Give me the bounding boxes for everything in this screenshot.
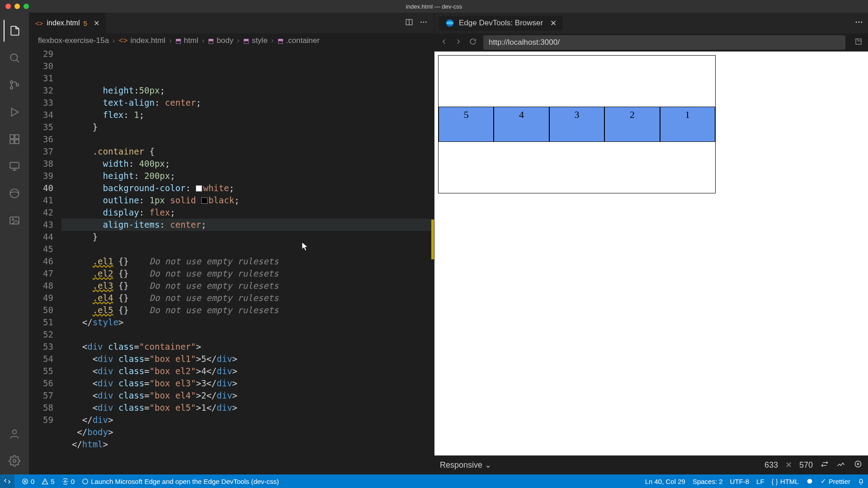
svg-point-26: [64, 480, 66, 482]
viewport-width[interactable]: 633: [764, 460, 778, 470]
svg-rect-7: [15, 140, 19, 144]
settings-gear-icon[interactable]: [4, 450, 25, 472]
editor-group: <> index.html 5 ✕ flexbox-exercise-15a ›…: [29, 13, 434, 474]
status-notifications-icon[interactable]: [858, 478, 864, 485]
tab-filename: index.html: [47, 19, 80, 27]
remote-explorer-icon[interactable]: [4, 155, 25, 177]
preview-box-5: 1: [660, 107, 715, 142]
devtools-navbar: http://localhost:3000/: [434, 33, 868, 52]
svg-point-3: [16, 84, 19, 86]
status-indentation[interactable]: Spaces: 2: [693, 478, 723, 485]
open-external-icon[interactable]: [854, 38, 863, 47]
close-tab-icon[interactable]: ✕: [94, 19, 99, 28]
status-go-live[interactable]: [806, 478, 813, 485]
nav-forward-icon[interactable]: [454, 38, 462, 47]
search-icon[interactable]: [4, 47, 25, 69]
status-prettier[interactable]: ✓ Prettier: [821, 477, 850, 485]
tab-index-html[interactable]: <> index.html 5 ✕: [29, 13, 106, 33]
devtools-tab-row: Edge DevTools: Browser ✕: [434, 13, 868, 33]
svg-point-9: [10, 189, 19, 198]
edge-tools-icon[interactable]: [4, 183, 25, 204]
editor-tabs: <> index.html 5 ✕: [29, 13, 434, 33]
line-number-gutter: 2930313233343536373839404142434445464748…: [29, 48, 61, 474]
status-ports[interactable]: 0: [62, 478, 75, 485]
close-devtools-tab-icon[interactable]: ✕: [550, 19, 557, 28]
window-title: index.html — dev-css: [406, 3, 462, 10]
screenshot-icon[interactable]: [836, 460, 845, 471]
minimap-warning-marker[interactable]: [431, 220, 434, 259]
svg-point-21: [861, 22, 862, 23]
status-eol[interactable]: LF: [756, 478, 764, 485]
nav-back-icon[interactable]: [440, 38, 448, 47]
crumb-html: ⬒ html: [175, 36, 198, 45]
svg-point-12: [13, 430, 17, 434]
devtools-statusbar: Responsive ⌄ 633 ✕ 570: [434, 455, 868, 474]
preview-box-3: 3: [549, 107, 604, 142]
status-bar: 0 5 0 Launch Microsoft Edge and open the…: [0, 474, 868, 488]
maximize-window-button[interactable]: [24, 4, 29, 9]
status-launch-edge[interactable]: Launch Microsoft Edge and open the Edge …: [82, 478, 279, 485]
responsive-mode-button[interactable]: Responsive ⌄: [440, 460, 491, 470]
status-language[interactable]: { } HTML: [772, 478, 799, 485]
chevron-right-icon: ›: [237, 36, 240, 45]
more-actions-icon[interactable]: [420, 18, 428, 28]
url-bar[interactable]: http://localhost:3000/: [483, 35, 845, 50]
code-content[interactable]: height:50px; text-align: center; flex: 1…: [61, 48, 434, 474]
status-warnings[interactable]: 5: [42, 478, 54, 485]
status-encoding[interactable]: UTF-8: [730, 478, 750, 485]
preview-box-4: 2: [604, 107, 660, 142]
run-debug-icon[interactable]: [4, 101, 25, 123]
extensions-icon[interactable]: [4, 128, 25, 150]
svg-point-15: [420, 22, 422, 23]
code-editor[interactable]: 2930313233343536373839404142434445464748…: [29, 48, 434, 474]
svg-rect-4: [10, 135, 14, 139]
breadcrumb[interactable]: flexbox-exercise-15a › <> index.html › ⬒…: [29, 33, 434, 48]
source-control-icon[interactable]: [4, 74, 25, 96]
devtools-tab-title: Edge DevTools: Browser: [459, 19, 543, 28]
chevron-right-icon: ›: [202, 36, 205, 45]
svg-point-2: [10, 87, 13, 89]
chevron-right-icon: ›: [113, 36, 115, 45]
browser-preview[interactable]: 5 4 3 2 1: [434, 52, 868, 455]
split-editor-icon[interactable]: [405, 18, 413, 28]
crumb-folder: flexbox-exercise-15a: [38, 36, 109, 45]
devtools-panel: Edge DevTools: Browser ✕ http://localhos…: [434, 13, 868, 474]
gallery-icon[interactable]: [4, 210, 25, 231]
nav-reload-icon[interactable]: [469, 38, 477, 47]
chevron-down-icon: ⌄: [485, 460, 491, 469]
svg-rect-5: [15, 135, 19, 139]
tab-problem-count: 5: [83, 19, 87, 27]
account-icon[interactable]: [4, 423, 25, 445]
devtools-tab[interactable]: Edge DevTools: Browser ✕: [439, 16, 563, 31]
edge-browser-icon: [445, 19, 454, 28]
main-area: <> index.html 5 ✕ flexbox-exercise-15a ›…: [0, 13, 868, 474]
explorer-icon[interactable]: [4, 20, 25, 42]
inspect-icon[interactable]: [854, 460, 863, 471]
swap-dimensions-icon[interactable]: [820, 460, 829, 471]
crumb-style: ⬒ style: [243, 36, 268, 45]
svg-point-28: [807, 479, 812, 484]
svg-point-23: [855, 461, 861, 467]
minimize-window-button[interactable]: [14, 4, 20, 9]
vscode-window: index.html — dev-css: [0, 0, 868, 488]
preview-box-1: 5: [439, 107, 494, 142]
svg-rect-8: [10, 162, 19, 168]
remote-indicator[interactable]: [0, 474, 14, 488]
svg-point-16: [423, 22, 425, 23]
html-file-icon: <>: [35, 19, 43, 27]
close-window-button[interactable]: [5, 4, 11, 9]
status-errors[interactable]: 0: [22, 478, 34, 485]
titlebar: index.html — dev-css: [0, 0, 868, 13]
editor-tab-actions: [405, 13, 434, 33]
chevron-right-icon: ›: [169, 36, 172, 45]
svg-point-13: [13, 460, 16, 463]
preview-container: 5 4 3 2 1: [438, 55, 716, 193]
viewport-height[interactable]: 570: [799, 460, 813, 470]
svg-point-24: [857, 463, 859, 465]
svg-point-11: [12, 219, 14, 220]
svg-rect-6: [10, 140, 14, 144]
svg-rect-10: [10, 217, 19, 224]
devtools-more-icon[interactable]: [854, 18, 863, 28]
svg-point-20: [859, 22, 860, 23]
status-cursor-position[interactable]: Ln 40, Col 29: [645, 478, 685, 485]
